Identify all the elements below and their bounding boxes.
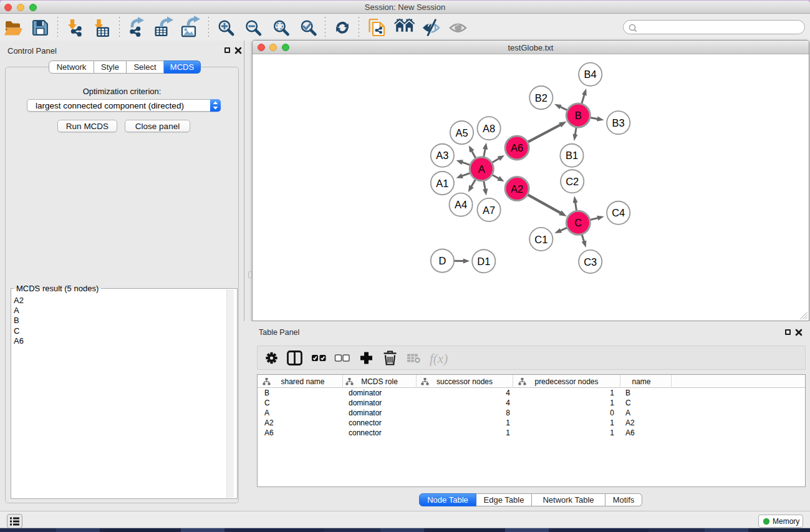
svg-text:A8: A8: [483, 123, 495, 134]
svg-text:D1: D1: [477, 256, 490, 267]
svg-text:C4: C4: [612, 207, 625, 218]
svg-text:A2: A2: [511, 183, 523, 195]
svg-text:C: C: [574, 217, 582, 228]
svg-text:A1: A1: [436, 178, 448, 189]
svg-text:A3: A3: [436, 150, 448, 161]
svg-text:B1: B1: [566, 150, 578, 161]
svg-text:B2: B2: [535, 92, 547, 104]
svg-text:B4: B4: [584, 69, 597, 80]
svg-text:C3: C3: [584, 256, 597, 268]
svg-text:A6: A6: [511, 142, 523, 153]
svg-text:B: B: [575, 110, 582, 121]
svg-text:D: D: [438, 255, 446, 266]
svg-text:A: A: [478, 163, 485, 175]
svg-text:A7: A7: [483, 205, 495, 216]
svg-text:A5: A5: [455, 127, 468, 138]
svg-text:f(x): f(x): [430, 351, 448, 366]
svg-text:C1: C1: [534, 234, 547, 245]
svg-text:B3: B3: [612, 117, 625, 128]
svg-text:C2: C2: [566, 176, 579, 187]
svg-text:A4: A4: [455, 199, 467, 210]
